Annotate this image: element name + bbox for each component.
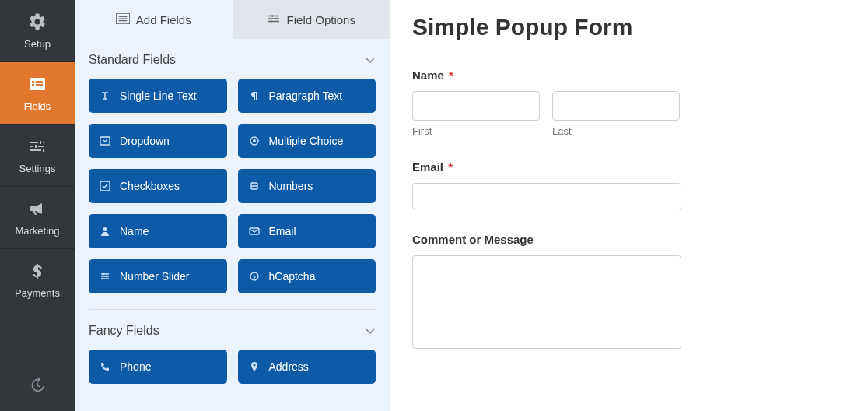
list-icon bbox=[116, 13, 130, 26]
last-sublabel: Last bbox=[552, 125, 680, 137]
nav-payments-label: Payments bbox=[15, 287, 60, 299]
field-comment-wrap: Comment or Message bbox=[412, 233, 851, 352]
field-numbers[interactable]: Numbers bbox=[238, 169, 376, 203]
field-number-slider[interactable]: Number Slider bbox=[89, 259, 227, 293]
field-single-line-text[interactable]: Single Line Text bbox=[89, 79, 227, 113]
group-fancy: Fancy Fields Phone Address bbox=[75, 310, 390, 396]
svg-point-9 bbox=[271, 15, 274, 17]
sliders-icon bbox=[267, 13, 281, 26]
nav-payments[interactable]: Payments bbox=[0, 249, 75, 311]
gear-icon bbox=[28, 12, 47, 33]
left-nav: Setup Fields Settings Marketing Payments bbox=[0, 0, 75, 411]
required-marker: * bbox=[449, 68, 453, 82]
comment-label: Comment or Message bbox=[412, 233, 851, 246]
group-fancy-head[interactable]: Fancy Fields bbox=[89, 324, 376, 350]
tab-add-label: Add Fields bbox=[136, 13, 191, 26]
name-label: Name * bbox=[412, 68, 851, 82]
group-standard: Standard Fields Single Line Text Paragra… bbox=[75, 39, 390, 306]
svg-rect-1 bbox=[32, 81, 34, 83]
nav-setup[interactable]: Setup bbox=[0, 0, 75, 62]
svg-rect-2 bbox=[36, 81, 43, 83]
svg-rect-4 bbox=[36, 84, 43, 86]
dollar-icon bbox=[28, 262, 47, 283]
nav-history[interactable] bbox=[0, 361, 75, 411]
nav-settings[interactable]: Settings bbox=[0, 125, 75, 187]
svg-point-19 bbox=[106, 276, 108, 278]
svg-point-22 bbox=[254, 278, 254, 279]
field-email-wrap: Email * bbox=[412, 160, 851, 209]
tab-add-fields[interactable]: Add Fields bbox=[75, 0, 233, 39]
field-name[interactable]: Name bbox=[89, 214, 227, 248]
sliders-icon bbox=[28, 137, 47, 158]
tab-field-options[interactable]: Field Options bbox=[233, 0, 390, 39]
field-multiple-choice[interactable]: Multiple Choice bbox=[238, 124, 376, 158]
first-name-input[interactable] bbox=[412, 91, 540, 121]
field-phone[interactable]: Phone bbox=[89, 350, 227, 384]
svg-point-10 bbox=[275, 17, 278, 19]
tab-options-label: Field Options bbox=[287, 13, 355, 26]
chevron-down-icon bbox=[365, 54, 376, 65]
list-icon bbox=[28, 75, 47, 96]
group-standard-title: Standard Fields bbox=[89, 53, 176, 67]
field-hcaptcha[interactable]: hCaptcha bbox=[238, 259, 376, 293]
nav-fields[interactable]: Fields bbox=[0, 62, 75, 125]
email-label: Email * bbox=[412, 160, 851, 174]
first-sublabel: First bbox=[412, 125, 540, 137]
group-fancy-title: Fancy Fields bbox=[89, 324, 159, 338]
last-name-input[interactable] bbox=[552, 91, 680, 121]
required-marker: * bbox=[448, 160, 453, 174]
svg-point-18 bbox=[103, 273, 105, 276]
svg-rect-3 bbox=[32, 84, 34, 86]
field-dropdown[interactable]: Dropdown bbox=[89, 124, 227, 158]
field-address[interactable]: Address bbox=[238, 350, 376, 384]
email-input[interactable] bbox=[412, 183, 681, 209]
field-name-wrap: Name * First Last bbox=[412, 68, 851, 137]
svg-point-14 bbox=[253, 139, 256, 142]
bullhorn-icon bbox=[28, 199, 47, 220]
svg-rect-17 bbox=[250, 228, 259, 234]
nav-marketing[interactable]: Marketing bbox=[0, 187, 75, 249]
nav-fields-label: Fields bbox=[24, 100, 51, 112]
svg-rect-12 bbox=[100, 137, 110, 145]
form-preview: Simple Popup Form Name * First Last Emai… bbox=[390, 0, 868, 411]
form-title: Simple Popup Form bbox=[412, 14, 851, 40]
svg-point-16 bbox=[103, 227, 107, 231]
nav-settings-label: Settings bbox=[19, 163, 56, 174]
field-paragraph-text[interactable]: Paragraph Text bbox=[238, 79, 376, 113]
comment-textarea[interactable] bbox=[412, 255, 681, 349]
nav-marketing-label: Marketing bbox=[15, 225, 59, 237]
nav-setup-label: Setup bbox=[24, 38, 51, 50]
group-standard-head[interactable]: Standard Fields bbox=[89, 53, 376, 79]
panel-tabs: Add Fields Field Options bbox=[75, 0, 390, 39]
chevron-down-icon bbox=[365, 325, 376, 336]
field-checkboxes[interactable]: Checkboxes bbox=[89, 169, 227, 203]
field-email[interactable]: Email bbox=[238, 214, 376, 248]
fields-panel: Add Fields Field Options Standard Fields… bbox=[75, 0, 390, 411]
svg-point-11 bbox=[270, 20, 272, 23]
history-icon bbox=[29, 377, 46, 396]
svg-point-20 bbox=[102, 278, 104, 280]
